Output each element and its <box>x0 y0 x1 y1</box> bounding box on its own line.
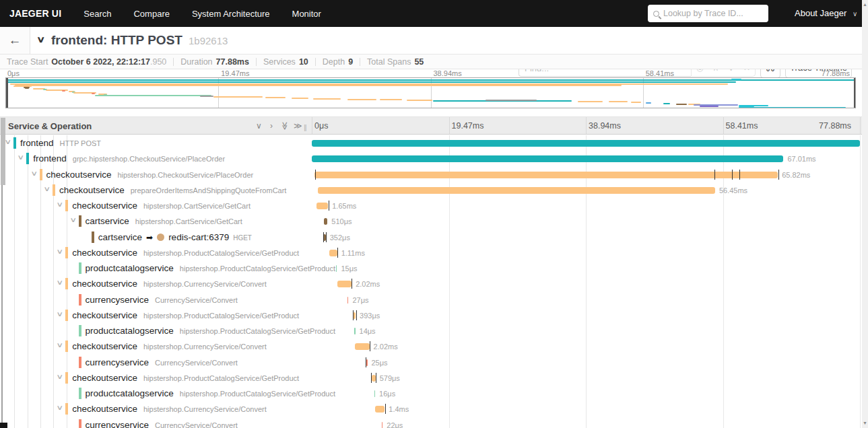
operation-name: hipstershop.ProductCatalogService/GetPro… <box>180 390 335 398</box>
span-row[interactable]: ∨checkoutservicehipstershop.CurrencyServ… <box>0 338 862 354</box>
service-color-chip <box>26 153 29 164</box>
chevron-down-icon[interactable]: ∨ <box>56 279 63 286</box>
scroll-up-icon[interactable]: ▲ <box>862 2 868 7</box>
chevron-down-icon[interactable]: ∨ <box>56 201 63 208</box>
chevron-down-icon[interactable]: ∨ <box>56 404 63 411</box>
span-row[interactable]: ∨checkoutservicehipstershop.CheckoutServ… <box>0 167 862 182</box>
span-row[interactable]: ∨checkoutservicehipstershop.CartService/… <box>0 198 862 213</box>
span-row[interactable]: ∨checkoutservicehipstershop.ProductCatal… <box>0 245 862 260</box>
span-row[interactable]: productcatalogservicehipstershop.Product… <box>0 323 862 338</box>
span-row[interactable]: currencyserviceCurrencyService/Convert25… <box>0 355 862 370</box>
service-color-chip <box>79 215 81 227</box>
span-duration-bar[interactable] <box>314 172 778 178</box>
span-duration-bar[interactable] <box>318 187 715 194</box>
trace-id-lookup <box>648 5 768 22</box>
span-duration-bar[interactable] <box>316 203 328 209</box>
span-duration-label: 27μs <box>352 296 368 304</box>
span-duration-label: 16μs <box>379 390 395 398</box>
service-color-chip <box>79 262 81 274</box>
summary-value: 77.88ms <box>216 57 249 67</box>
minimap-tick-label: 77.88ms <box>822 69 850 77</box>
service-name-text: checkoutservice <box>72 201 137 211</box>
span-duration-bar[interactable] <box>329 250 337 256</box>
expand-one-icon[interactable]: › <box>270 121 273 131</box>
service-name-text: checkoutservice <box>72 341 137 351</box>
span-row[interactable]: ∨checkoutservicehipstershop.CurrencyServ… <box>0 276 862 291</box>
right-range-handle[interactable] <box>854 78 856 108</box>
service-name: checkoutserviceprepareOrderItemsAndShipp… <box>59 185 287 195</box>
span-row[interactable]: ∨checkoutservicehipstershop.ProductCatal… <box>0 370 862 386</box>
ruler-tick <box>449 117 450 134</box>
span-duration-bar[interactable] <box>324 218 327 225</box>
page-scrollbar[interactable]: ▲ ▼ <box>862 0 868 428</box>
summary-value-suffix: .950 <box>150 57 166 67</box>
service-name: productcatalogservicehipstershop.Product… <box>86 263 335 273</box>
chevron-down-icon[interactable]: ∨ <box>56 310 63 318</box>
span-row[interactable]: currencyserviceCurrencyService/Convert27… <box>0 292 862 308</box>
span-duration-bar[interactable] <box>354 328 356 334</box>
span-duration-label: 579μs <box>380 374 400 382</box>
service-color-chip <box>79 294 81 306</box>
span-row[interactable]: ∨frontendgrpc.hipstershop.CheckoutServic… <box>0 151 862 166</box>
span-duration-bar[interactable] <box>312 140 860 147</box>
span-row[interactable]: ∨checkoutservicehipstershop.CurrencyServ… <box>0 401 862 417</box>
span-row[interactable]: ∨frontendHTTP POST <box>0 135 862 151</box>
span-row[interactable]: productcatalogservicehipstershop.Product… <box>0 260 862 276</box>
service-name: productcatalogservicehipstershop.Product… <box>86 326 335 336</box>
chevron-down-icon[interactable]: ∨ <box>69 216 77 223</box>
page-title: frontend: HTTP POST <box>51 33 182 48</box>
nav-link-search[interactable]: Search <box>84 9 111 19</box>
minimap-span <box>25 87 29 89</box>
collapse-all-icon[interactable]: ≫ <box>280 122 290 131</box>
scrollbar-thumb[interactable] <box>1 118 5 185</box>
app-logo[interactable]: JAEGER UI <box>9 8 61 19</box>
service-name: checkoutservicehipstershop.ProductCatalo… <box>72 310 299 320</box>
nav-link-compare[interactable]: Compare <box>133 9 169 19</box>
operation-name: hipstershop.CurrencyService/Convert <box>143 343 267 351</box>
minimap-span <box>676 104 687 105</box>
span-row[interactable]: ∨cartservicehipstershop.CartService/GetC… <box>0 213 862 229</box>
collapse-trace-details-icon[interactable]: ∨ <box>36 34 45 44</box>
chevron-down-icon[interactable]: ∨ <box>56 248 63 255</box>
span-row[interactable]: ∨checkoutservicehipstershop.ProductCatal… <box>0 308 862 323</box>
column-splitter[interactable]: || <box>304 123 306 131</box>
expand-all-icon[interactable]: ≫ <box>294 121 302 131</box>
span-duration-bar[interactable] <box>374 390 376 397</box>
span-duration-bar[interactable] <box>375 406 385 413</box>
about-jaeger-menu[interactable]: About Jaeger ∨ <box>795 8 857 18</box>
chevron-down-icon[interactable]: ∨ <box>43 185 51 192</box>
collapse-one-icon[interactable]: ∨ <box>256 121 262 131</box>
service-name: cartservicehipstershop.CartService/GetCa… <box>86 216 242 226</box>
service-name-text: currencyservice <box>86 357 149 367</box>
trace-id-lookup-input[interactable] <box>663 9 763 18</box>
chevron-down-icon[interactable]: ∨ <box>56 373 63 380</box>
operation-name: hipstershop.ProductCatalogService/GetPro… <box>143 374 299 382</box>
left-range-handle[interactable] <box>6 78 8 108</box>
operation-name: hipstershop.CurrencyService/Convert <box>143 280 267 288</box>
span-duration-bar[interactable] <box>347 297 349 304</box>
span-duration-bar[interactable] <box>312 155 783 162</box>
corner-block <box>0 423 7 428</box>
back-button[interactable]: ← <box>0 27 30 54</box>
ruler-tick-label: 77.88ms <box>819 121 851 131</box>
span-row[interactable]: ∨checkoutserviceprepareOrderItemsAndShip… <box>0 182 862 198</box>
trace-minimap[interactable] <box>5 77 856 108</box>
minimap-tick-label: 38.94ms <box>434 69 462 77</box>
nav-link-system-architecture[interactable]: System Architecture <box>192 9 270 19</box>
span-duration-bar[interactable] <box>382 422 383 428</box>
span-row[interactable]: cartservice➡redis-cart:6379HGET352μs <box>0 229 862 245</box>
span-row[interactable]: currencyserviceCurrencyService/Convert22… <box>0 417 862 428</box>
span-duration-bar[interactable] <box>337 281 352 287</box>
scroll-down-icon[interactable]: ▼ <box>862 421 868 425</box>
chevron-down-icon[interactable]: ∨ <box>30 170 38 177</box>
divider <box>360 58 360 66</box>
span-duration-bar[interactable] <box>355 343 369 350</box>
span-duration-bar[interactable] <box>336 265 337 272</box>
nav-link-monitor[interactable]: Monitor <box>292 9 321 19</box>
chevron-down-icon[interactable]: ∨ <box>56 341 63 349</box>
service-name: checkoutservicehipstershop.CartService/G… <box>72 201 251 211</box>
chevron-down-icon[interactable]: ∨ <box>17 153 24 161</box>
operation-name: hipstershop.CheckoutService/PlaceOrder <box>117 171 253 179</box>
span-duration-bar[interactable] <box>372 375 376 382</box>
span-row[interactable]: productcatalogservicehipstershop.Product… <box>0 386 862 401</box>
